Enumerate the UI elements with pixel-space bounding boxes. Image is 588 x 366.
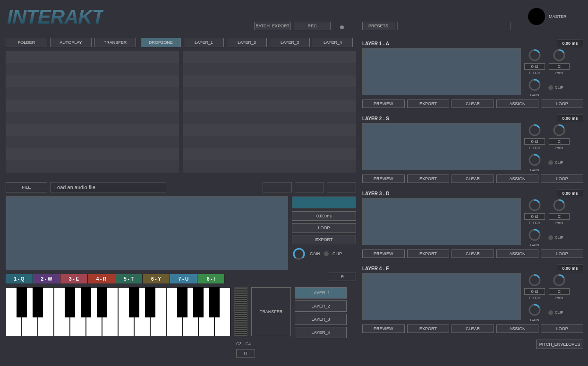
list-row[interactable] [6,160,179,173]
list-row[interactable] [183,51,356,63]
pad-2[interactable]: 2 - W [33,274,60,283]
list-row[interactable] [183,100,356,112]
loop-button[interactable]: LOOP [541,175,583,183]
pitch-knob[interactable] [528,123,542,137]
pad-6[interactable]: 6 - Y [143,274,170,283]
assign-button[interactable]: ASSIGN [496,100,539,108]
pad-3[interactable]: 3 - E [60,274,88,283]
assign-button[interactable]: ASSIGN [496,250,539,258]
clear-button[interactable]: CLEAR [452,175,494,183]
clear-button[interactable]: CLEAR [452,100,494,108]
list-row[interactable] [6,124,179,136]
list-row[interactable] [6,51,179,63]
pad-7[interactable]: 7 - U [170,274,197,283]
list-row[interactable] [6,87,179,100]
pan-knob[interactable] [552,198,566,212]
black-key[interactable] [81,287,91,317]
batch-export-button[interactable]: BATCH_EXPORT [254,22,291,30]
rec-button[interactable]: REC [294,22,331,30]
pan-knob[interactable] [552,48,566,62]
list-row[interactable] [183,112,356,124]
pan-knob[interactable] [552,123,566,137]
layer-pick-layer_1[interactable]: LAYER_1 [295,287,347,299]
black-key[interactable] [145,287,155,317]
list-row[interactable] [183,160,356,173]
export-button[interactable]: EXPORT [407,100,450,108]
list-row[interactable] [6,112,179,124]
export-button[interactable]: EXPORT [407,175,450,183]
file-slot-3[interactable] [327,182,356,192]
layer-pick-layer_4[interactable]: LAYER_4 [295,327,347,338]
piano-keyboard[interactable] [6,287,230,336]
main-export-button[interactable]: EXPORT [292,235,356,244]
file-button[interactable]: FILE [6,182,47,192]
tab-layer_2[interactable]: LAYER_2 [227,38,267,47]
black-key[interactable] [17,287,27,317]
black-key[interactable] [209,287,220,317]
list-row[interactable] [183,87,356,100]
tab-dropzone[interactable]: DROPZONE [141,38,181,47]
file-slot-2[interactable] [295,182,324,192]
list-row[interactable] [6,75,179,88]
layer-waveform-1[interactable] [362,48,521,95]
main-waveform[interactable] [6,196,288,270]
pad-4[interactable]: 4 - R [88,274,115,283]
list-row[interactable] [183,136,356,149]
loop-button[interactable]: LOOP [541,250,583,258]
black-key[interactable] [97,287,107,317]
pad-8[interactable]: 8 - I [197,274,225,283]
pitch-knob[interactable] [528,48,542,62]
preview-button[interactable]: PREVIEW [362,175,405,183]
file-list-a[interactable] [6,51,179,173]
layer-pick-layer_2[interactable]: LAYER_2 [295,300,347,312]
list-row[interactable] [6,136,179,149]
waveform-overview[interactable] [292,196,356,208]
list-row[interactable] [6,63,179,75]
r-button-top[interactable]: R [329,273,356,281]
layer-pick-layer_3[interactable]: LAYER_3 [295,314,347,325]
list-row[interactable] [183,63,356,75]
transfer-button-2[interactable]: TRANSFER [251,287,291,336]
list-row[interactable] [183,75,356,88]
gain-knob[interactable] [528,153,542,167]
layer-waveform-3[interactable] [362,198,521,245]
list-row[interactable] [6,148,179,160]
export-button[interactable]: EXPORT [407,324,450,333]
preview-button[interactable]: PREVIEW [362,250,405,258]
layer-waveform-2[interactable] [362,123,521,170]
list-row[interactable] [183,124,356,136]
tab-autoplay[interactable]: AUTOPLAY [50,38,92,47]
loop-button[interactable]: LOOP [541,324,583,333]
pan-knob[interactable] [552,273,566,287]
export-button[interactable]: EXPORT [407,250,450,258]
tab-layer_4[interactable]: LAYER_4 [313,38,353,47]
presets-button[interactable]: PRESETS [362,22,394,30]
pitch-envelopes-button[interactable]: PITCH_ENVELOPES [536,340,583,349]
tab-transfer[interactable]: TRANSFER [94,38,136,47]
preview-button[interactable]: PREVIEW [362,100,405,108]
pad-1[interactable]: 1 - Q [6,274,33,283]
pitch-knob[interactable] [528,198,542,212]
pitch-knob[interactable] [528,273,542,287]
r-button-bottom[interactable]: R [236,349,255,358]
loop-button[interactable]: LOOP [541,100,583,108]
preset-display[interactable] [397,22,511,30]
tab-layer_1[interactable]: LAYER_1 [184,38,224,47]
pad-5[interactable]: 5 - T [115,274,143,283]
gain-knob[interactable] [528,303,542,317]
black-key[interactable] [65,287,75,317]
file-list-b[interactable] [183,51,356,173]
assign-button[interactable]: ASSIGN [496,175,539,183]
mod-wheel[interactable] [234,287,247,336]
black-key[interactable] [193,287,204,317]
preview-button[interactable]: PREVIEW [362,324,405,333]
gain-knob[interactable] [528,228,542,242]
master-knob[interactable] [526,6,547,27]
black-key[interactable] [177,287,187,317]
black-key[interactable] [33,287,43,317]
file-slot-1[interactable] [263,182,292,192]
layer-waveform-4[interactable] [362,273,521,320]
main-gain-knob[interactable] [292,247,306,261]
clear-button[interactable]: CLEAR [452,324,494,333]
tab-folder[interactable]: FOLDER [6,38,47,47]
